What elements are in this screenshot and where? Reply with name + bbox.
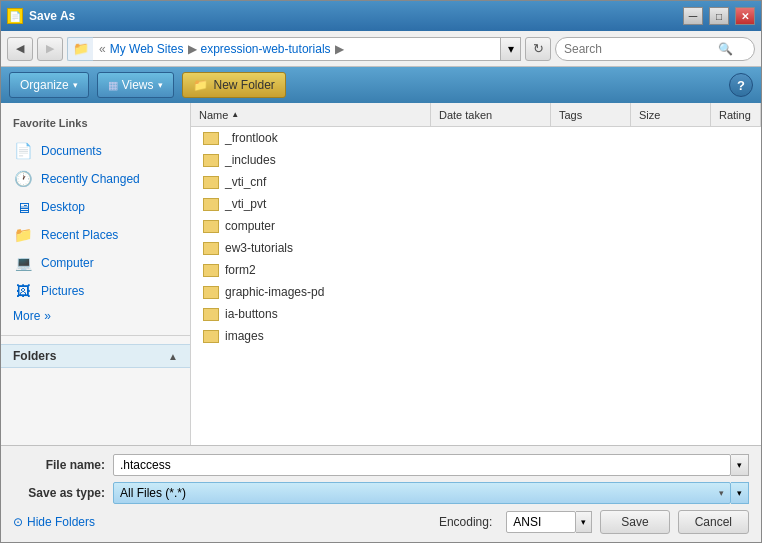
filename-dropdown-button[interactable]: ▾: [731, 454, 749, 476]
column-header-tags[interactable]: Tags: [551, 103, 631, 126]
folder-icon: [203, 308, 219, 321]
views-button[interactable]: ▦ Views ▾: [97, 72, 174, 98]
table-row[interactable]: graphic-images-pd: [191, 281, 761, 303]
save-as-dialog: 📄 Save As ─ □ ✕ ◀ ▶ 📁 « My Web Sites ▶ e…: [0, 0, 762, 543]
sidebar-item-computer[interactable]: 💻 Computer: [1, 249, 190, 277]
window-icon: 📄: [7, 8, 23, 24]
titlebar: 📄 Save As ─ □ ✕: [1, 1, 761, 31]
folder-icon: [203, 154, 219, 167]
path-mywebsites[interactable]: My Web Sites: [110, 42, 184, 56]
savetype-dropdown[interactable]: All Files (*.*) ▾: [113, 482, 731, 504]
encoding-dropdown[interactable]: ANSI: [506, 511, 576, 533]
views-grid-icon: ▦: [108, 79, 118, 92]
filename-label: File name:: [13, 458, 113, 472]
table-row[interactable]: _vti_cnf: [191, 171, 761, 193]
save-button[interactable]: Save: [600, 510, 669, 534]
path-expression[interactable]: expression-web-tutorials: [201, 42, 331, 56]
pictures-icon: 🖼: [13, 281, 33, 301]
file-name: _includes: [225, 153, 276, 167]
hide-folders-label: Hide Folders: [27, 515, 95, 529]
hide-folders-arrow-icon: ⊙: [13, 515, 23, 529]
search-input[interactable]: [564, 42, 714, 56]
views-arrow-icon: ▾: [158, 80, 163, 90]
folders-arrow-icon: ▲: [168, 351, 178, 362]
filename-input[interactable]: [113, 454, 731, 476]
column-header-rating[interactable]: Rating: [711, 103, 761, 126]
sidebar-item-pictures[interactable]: 🖼 Pictures: [1, 277, 190, 305]
sidebar-label-documents: Documents: [41, 144, 102, 158]
sidebar-item-recently-changed[interactable]: 🕐 Recently Changed: [1, 165, 190, 193]
sidebar-divider: [1, 335, 190, 336]
address-dropdown-button[interactable]: ▾: [501, 37, 521, 61]
savetype-dropdown-button[interactable]: ▾: [731, 482, 749, 504]
encoding-label: Encoding:: [439, 515, 492, 529]
hide-folders-button[interactable]: ⊙ Hide Folders: [13, 515, 95, 529]
sort-arrow-icon: ▲: [231, 110, 239, 119]
table-row[interactable]: ew3-tutorials: [191, 237, 761, 259]
sidebar-item-desktop[interactable]: 🖥 Desktop: [1, 193, 190, 221]
encoding-dropdown-button[interactable]: ▾: [576, 511, 592, 533]
file-name: _vti_cnf: [225, 175, 266, 189]
sidebar-section-title: Favorite Links: [1, 113, 190, 137]
bottom-actions: ⊙ Hide Folders Encoding: ANSI ▾ Save Can…: [13, 510, 749, 534]
filelist: Name ▲ Date taken Tags Size Rating: [191, 103, 761, 445]
window-title: Save As: [29, 9, 677, 23]
filelist-body[interactable]: _frontlook _includes _vti_cnf: [191, 127, 761, 445]
table-row[interactable]: _frontlook: [191, 127, 761, 149]
addressbar: ◀ ▶ 📁 « My Web Sites ▶ expression-web-tu…: [1, 31, 761, 67]
table-row[interactable]: images: [191, 325, 761, 347]
refresh-button[interactable]: ↻: [525, 37, 551, 61]
bottom-panel: File name: ▾ Save as type: All Files (*.…: [1, 445, 761, 542]
sidebar-label-desktop: Desktop: [41, 200, 85, 214]
savetype-arrow-icon: ▾: [719, 488, 724, 498]
sidebar-label-recent-places: Recent Places: [41, 228, 118, 242]
table-row[interactable]: _includes: [191, 149, 761, 171]
table-row[interactable]: computer: [191, 215, 761, 237]
minimize-button[interactable]: ─: [683, 7, 703, 25]
back-button[interactable]: ◀: [7, 37, 33, 61]
documents-icon: 📄: [13, 141, 33, 161]
more-link[interactable]: More »: [1, 305, 190, 327]
sidebar-item-documents[interactable]: 📄 Documents: [1, 137, 190, 165]
table-row[interactable]: _vti_pvt: [191, 193, 761, 215]
folders-header[interactable]: Folders ▲: [1, 344, 190, 368]
main-content: Favorite Links 📄 Documents 🕐 Recently Ch…: [1, 103, 761, 445]
savetype-label: Save as type:: [13, 486, 113, 500]
table-row[interactable]: form2: [191, 259, 761, 281]
file-name: form2: [225, 263, 256, 277]
close-button[interactable]: ✕: [735, 7, 755, 25]
views-label: Views: [122, 78, 154, 92]
folder-icon: [203, 220, 219, 233]
help-button[interactable]: ?: [729, 73, 753, 97]
column-header-name[interactable]: Name ▲: [191, 103, 431, 126]
desktop-icon: 🖥: [13, 197, 33, 217]
file-name: _frontlook: [225, 131, 278, 145]
more-label: More: [13, 309, 40, 323]
search-icon[interactable]: 🔍: [718, 42, 733, 56]
path-part-mysites: «: [99, 42, 106, 56]
folder-icon: [203, 198, 219, 211]
folder-icon: [203, 132, 219, 145]
address-path[interactable]: « My Web Sites ▶ expression-web-tutorial…: [93, 37, 501, 61]
sidebar: Favorite Links 📄 Documents 🕐 Recently Ch…: [1, 103, 191, 445]
recently-changed-icon: 🕐: [13, 169, 33, 189]
column-header-size[interactable]: Size: [631, 103, 711, 126]
column-header-date[interactable]: Date taken: [431, 103, 551, 126]
encoding-control: ANSI ▾: [506, 511, 592, 533]
table-row[interactable]: ia-buttons: [191, 303, 761, 325]
cancel-button[interactable]: Cancel: [678, 510, 749, 534]
recent-places-icon: 📁: [13, 225, 33, 245]
new-folder-button[interactable]: 📁 New Folder: [182, 72, 286, 98]
savetype-value: All Files (*.*): [120, 486, 186, 500]
organize-button[interactable]: Organize ▾: [9, 72, 89, 98]
folder-icon: [203, 264, 219, 277]
sidebar-label-computer: Computer: [41, 256, 94, 270]
maximize-button[interactable]: □: [709, 7, 729, 25]
toolbar: Organize ▾ ▦ Views ▾ 📁 New Folder ?: [1, 67, 761, 103]
sidebar-item-recent-places[interactable]: 📁 Recent Places: [1, 221, 190, 249]
folder-icon: [203, 286, 219, 299]
file-name: ia-buttons: [225, 307, 278, 321]
forward-button[interactable]: ▶: [37, 37, 63, 61]
encoding-value: ANSI: [513, 515, 541, 529]
folder-icon: [203, 176, 219, 189]
